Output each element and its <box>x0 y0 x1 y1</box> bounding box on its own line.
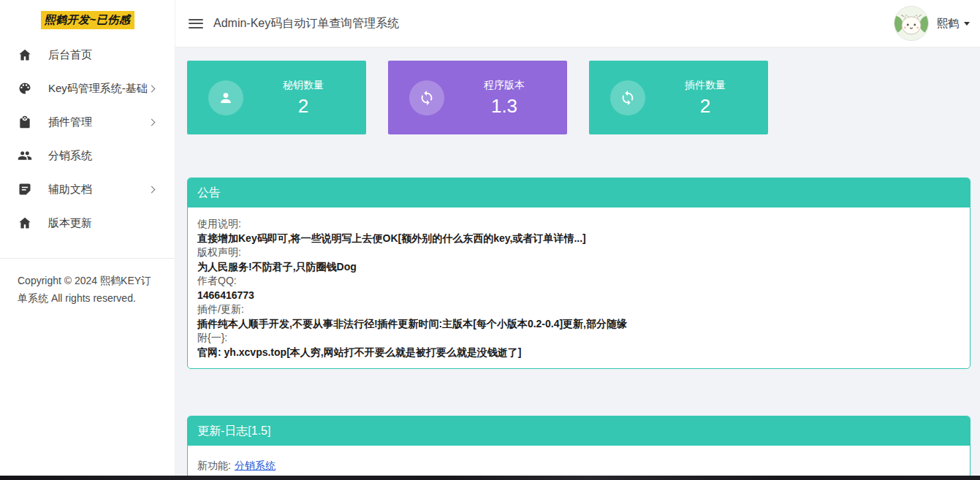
stat-label: 插件数量 <box>645 79 765 92</box>
sidebar-item-label: 版本更新 <box>48 216 92 230</box>
announcement-line: 直接增加Key码即可,将一些说明写上去便OK[额外别的什么东西的key,或者订单… <box>197 232 960 246</box>
stat-label: 程序版本 <box>444 79 564 92</box>
username-label: 熙鹤 <box>937 17 959 31</box>
announcement-panel-title: 公告 <box>188 178 970 207</box>
sidebar: 熙鹤开发~已伤感 后台首页Key码管理系统-基础插件管理分销系统辅助文档版本更新… <box>0 0 175 480</box>
announcement-line: 1466416773 <box>197 289 960 303</box>
announcement-line: 插件/更新: <box>197 302 960 317</box>
user-menu[interactable]: 熙鹤 <box>894 6 970 41</box>
chevron-right-icon <box>148 186 156 193</box>
sidebar-item-document-4[interactable]: 辅助文档 <box>0 172 175 206</box>
sidebar-item-group-3[interactable]: 分销系统 <box>0 139 175 172</box>
sidebar-item-home-5[interactable]: 版本更新 <box>0 206 175 240</box>
avatar[interactable] <box>894 6 929 41</box>
page-title: Admin-Key码自动订单查询管理系统 <box>213 16 399 31</box>
sidebar-item-label: 辅助文档 <box>48 183 92 197</box>
stat-card: 插件数量2 <box>589 61 768 134</box>
sidebar-item-label: 分销系统 <box>48 149 92 163</box>
announcement-line: 为人民服务!不防君子,只防圈钱Dog <box>197 260 960 275</box>
copyright-text: Copyright © 2024 熙鹤KEY订单系统 All rights re… <box>0 259 175 307</box>
sidebar-item-label: 插件管理 <box>48 115 92 129</box>
sidebar-item-bag-2[interactable]: 插件管理 <box>0 105 175 139</box>
stat-card: 秘钥数量2 <box>187 61 366 134</box>
chevron-right-icon <box>148 85 156 92</box>
changelog-entry-prefix: 新功能: <box>197 460 231 471</box>
group-icon <box>18 148 32 163</box>
sidebar-item-palette-1[interactable]: Key码管理系统-基础 <box>0 72 175 105</box>
distribution-system-link[interactable]: 分销系统 <box>235 460 276 471</box>
sidebar-nav: 后台首页Key码管理系统-基础插件管理分销系统辅助文档版本更新 <box>0 38 175 240</box>
top-header: Admin-Key码自动订单查询管理系统 <box>175 0 980 47</box>
announcement-line: 作者QQ: <box>197 274 960 289</box>
content-area: 秘钥数量2程序版本1.3插件数量2 公告 使用说明:直接增加Key码即可,将一些… <box>175 47 980 480</box>
chevron-down-icon <box>964 22 970 26</box>
document-icon <box>18 182 32 197</box>
taskbar-edge-strip <box>0 476 980 480</box>
main-area: Admin-Key码自动订单查询管理系统 <box>175 0 980 480</box>
sidebar-item-label: Key码管理系统-基础 <box>48 82 148 96</box>
sidebar-brand-banner: 熙鹤开发~已伤感 <box>41 11 134 29</box>
stat-card: 程序版本1.3 <box>388 61 567 134</box>
stat-value: 2 <box>243 96 363 116</box>
stat-value: 1.3 <box>444 96 564 116</box>
announcement-line: 插件纯本人顺手开发,不要从事非法行径!插件更新时间:主版本[每个小版本0.2-0… <box>197 317 960 332</box>
announcement-line: 附{一}: <box>197 331 960 346</box>
hamburger-menu-icon[interactable] <box>189 19 203 28</box>
sync-icon <box>610 80 645 115</box>
palette-icon <box>18 81 32 96</box>
person-icon <box>208 80 243 115</box>
stats-row: 秘钥数量2程序版本1.3插件数量2 <box>187 61 970 134</box>
bag-icon <box>18 115 32 129</box>
home-icon <box>18 216 32 230</box>
sync-icon <box>409 80 444 115</box>
announcement-line: 使用说明: <box>197 217 960 232</box>
announcement-line: 官网: yh.xcvps.top[本人穷,网站打不开要么就是被打要么就是没钱逝了… <box>197 346 960 360</box>
announcement-line: 版权声明: <box>197 245 960 260</box>
stat-label: 秘钥数量 <box>243 79 363 92</box>
home-icon <box>18 47 32 62</box>
announcement-panel-body: 使用说明:直接增加Key码即可,将一些说明写上去便OK[额外别的什么东西的key… <box>188 207 970 368</box>
changelog-panel-title: 更新-日志[1.5] <box>188 416 970 446</box>
announcement-panel: 公告 使用说明:直接增加Key码即可,将一些说明写上去便OK[额外别的什么东西的… <box>187 178 970 369</box>
cat-avatar-image <box>894 7 928 40</box>
changelog-panel-body: 新功能:分销系统 <box>188 446 970 480</box>
sidebar-item-home-0[interactable]: 后台首页 <box>0 38 175 72</box>
stat-value: 2 <box>645 96 765 116</box>
chevron-right-icon <box>148 118 156 126</box>
changelog-panel: 更新-日志[1.5] 新功能:分销系统 <box>187 416 970 480</box>
sidebar-item-label: 后台首页 <box>48 48 92 62</box>
app-window: 熙鹤开发~已伤感 后台首页Key码管理系统-基础插件管理分销系统辅助文档版本更新… <box>0 0 980 480</box>
